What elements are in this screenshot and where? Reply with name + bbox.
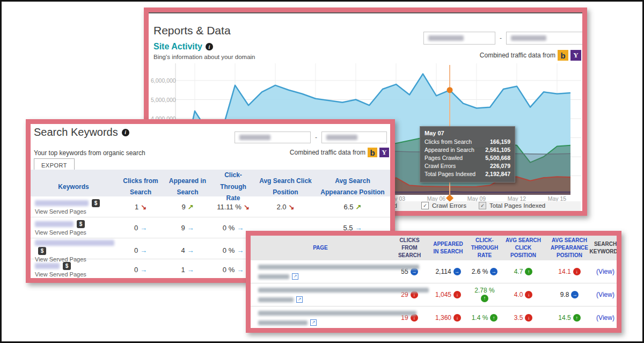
trend-up-circle-icon: ↑	[573, 314, 581, 322]
tooltip-row: Crawl Errors226,079	[425, 162, 510, 170]
page-url-blurred[interactable]	[258, 311, 416, 316]
column-header[interactable]: CLICKS FROM SEARCH	[390, 236, 429, 260]
column-header[interactable]: CLICK-THROUGH RATE	[467, 236, 502, 260]
keyword-line: $	[35, 238, 116, 255]
page-row: ↗29↓1,045↓2.78 %↑4.0↓9.8→(View)	[251, 283, 617, 306]
metric-cell: 0→	[116, 246, 165, 254]
keyword-blurred[interactable]	[35, 200, 89, 206]
trend-up-icon: ↗	[188, 203, 194, 211]
metric-value: 1	[181, 266, 185, 274]
metric-value: 0	[134, 266, 138, 274]
metric-value: 3.5	[514, 314, 523, 322]
info-icon[interactable]: i	[122, 129, 129, 136]
keyword-blurred[interactable]	[35, 240, 114, 246]
legend-checkbox[interactable]: ✓	[479, 202, 486, 209]
metric-cell: 4.0↓	[502, 291, 545, 298]
keyword-cell: $View Served Pages	[31, 261, 116, 278]
column-header[interactable]: Avg Search Appearance Position	[315, 170, 390, 205]
keyword-line: $	[35, 261, 116, 270]
tooltip-label: Appeared in Search	[425, 146, 474, 154]
page-url-blurred[interactable]	[258, 265, 419, 269]
column-header[interactable]: AVG SEARCH APPEARANCE POSITION	[545, 236, 594, 260]
column-header[interactable]: SEARCH KEYWORDS	[594, 236, 617, 260]
column-header[interactable]: APPEARED IN SEARCH	[429, 236, 467, 260]
metric-value: 11.11 %	[217, 203, 241, 211]
tooltip-row: Clicks from Search166,159	[425, 138, 510, 146]
metric-value: 0 %	[223, 246, 235, 254]
view-served-pages-link[interactable]: View Served Pages	[35, 271, 116, 278]
date-to-input[interactable]	[321, 132, 387, 143]
page-url-blurred[interactable]	[258, 274, 289, 279]
keywords-subtitle: Your top keywords from organic search	[34, 149, 145, 157]
trend-down-icon: ↘	[289, 203, 295, 211]
search-keywords-title: Search Keywords	[34, 126, 118, 138]
view-link[interactable]: (View)	[596, 314, 614, 322]
page-url-blurred[interactable]	[258, 320, 308, 325]
combined-traffic-label: Combined traffic data from	[290, 149, 365, 156]
column-header[interactable]: Click-Through Rate	[210, 170, 256, 205]
external-link-icon[interactable]: ↗	[296, 296, 303, 303]
legend-checkbox[interactable]: ✓	[421, 202, 429, 209]
column-header[interactable]: Clicks from Search	[116, 170, 165, 205]
tooltip-date: May 07	[425, 130, 510, 136]
column-header[interactable]: Avg Search Click Position	[256, 170, 315, 205]
tooltip-label: Clicks from Search	[425, 138, 472, 146]
combined-traffic-row: Combined traffic data from b Y	[290, 148, 389, 157]
external-link-icon[interactable]: ↗	[292, 273, 298, 280]
page-url-blurred[interactable]	[258, 297, 294, 302]
metric-cell: 14.1↓	[545, 268, 594, 275]
keywords-table-header: KeywordsClicks from SearchAppeared in Se…	[31, 170, 390, 196]
tooltip-label: Pages Crawled	[425, 154, 463, 162]
page-url-blurred[interactable]	[258, 288, 429, 293]
screenshot-frame: Reports & Data - Combined traffic data f…	[0, 0, 644, 343]
trend-flat-circle-icon: →	[571, 291, 579, 298]
keyword-blurred[interactable]	[35, 221, 74, 227]
view-served-pages-link[interactable]: View Served Pages	[35, 208, 116, 215]
metric-value: 4.7	[514, 268, 523, 275]
tooltip-value: 226,079	[490, 162, 510, 170]
paid-badge: $	[63, 262, 71, 270]
date-from-input[interactable]	[235, 132, 311, 143]
trend-flat-circle-icon: →	[453, 268, 461, 275]
trend-down-icon: ↘	[244, 203, 250, 211]
metric-value: 2.6 %	[472, 268, 488, 275]
metric-cell: 1,045↓	[429, 291, 467, 298]
page-url-line2: ↗	[258, 273, 390, 280]
search-keywords-header: Search Keywords i	[34, 126, 129, 138]
column-header[interactable]: Appeared in Search	[165, 170, 210, 205]
metric-value: 0 %	[223, 224, 235, 232]
external-link-icon[interactable]: ↗	[310, 319, 317, 326]
view-served-pages-link[interactable]: View Served Pages	[35, 229, 116, 236]
tooltip-value: 2,561,105	[485, 146, 510, 154]
trend-down-circle-icon: ↓	[525, 291, 532, 298]
date-range: -	[235, 132, 387, 143]
trend-flat-circle-icon: →	[490, 268, 497, 275]
metric-value: 1,045	[435, 291, 451, 298]
yahoo-logo-icon: Y	[379, 148, 389, 157]
metric-cell: 4.7↑	[502, 268, 545, 275]
trend-down-circle-icon: ↓	[573, 268, 581, 275]
metric-cell: 1,360↓	[429, 314, 467, 322]
trend-down-circle-icon: ↓	[453, 314, 461, 322]
keyword-line: $	[35, 220, 116, 228]
trend-flat-icon: →	[237, 224, 244, 232]
trend-flat-icon: →	[237, 246, 244, 254]
redacted-date	[239, 135, 270, 140]
metric-value: 4.0	[514, 291, 523, 298]
page-url-cell: ↗	[251, 264, 390, 280]
redacted-date	[326, 135, 357, 140]
page-row: ↗19↓1,360↓1.4 %↑3.5↓14.5↑(View)	[251, 306, 617, 328]
view-link[interactable]: (View)	[596, 268, 614, 275]
keyword-blurred[interactable]	[35, 263, 60, 269]
column-header[interactable]: AVG SEARCH CLICK POSITION	[502, 236, 545, 260]
paid-badge: $	[92, 199, 100, 207]
legend-label: Crawl Errors	[432, 202, 466, 209]
metric-value: 1,360	[435, 314, 451, 322]
tooltip-row: Total Pages Indexed2,192,847	[425, 170, 510, 178]
trend-up-icon: ↗	[356, 203, 362, 211]
view-link[interactable]: (View)	[596, 291, 614, 298]
keyword-cell: $View Served Pages	[31, 238, 116, 262]
trend-flat-icon: →	[187, 224, 194, 232]
metric-cell: 2,114→	[429, 268, 467, 275]
column-header[interactable]: PAGE	[251, 236, 390, 260]
